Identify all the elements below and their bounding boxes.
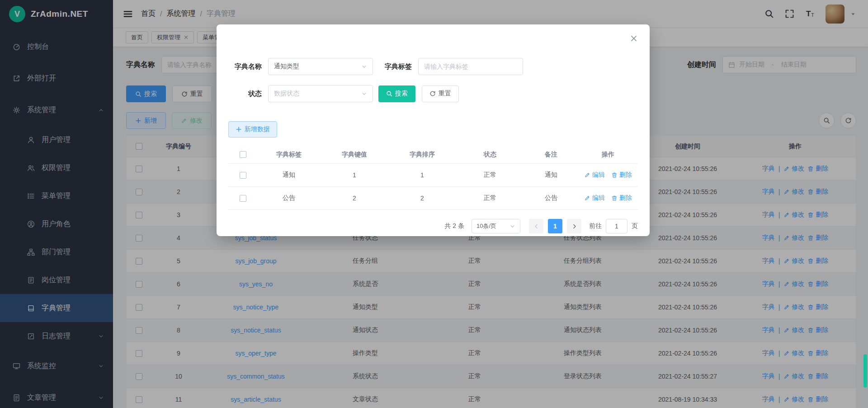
page-number-button[interactable]: 1 bbox=[548, 219, 562, 233]
column-header: 字典排序 bbox=[388, 151, 456, 159]
modal-reset-button-label: 重置 bbox=[439, 90, 451, 98]
delete-icon bbox=[611, 195, 618, 201]
select-all-checkbox[interactable] bbox=[240, 151, 246, 158]
remark-cell: 公告 bbox=[524, 194, 578, 202]
status-cell: 正常 bbox=[456, 194, 524, 202]
form-row: 状态 数据状态 搜索 重置 bbox=[228, 85, 638, 102]
goto-suffix: 页 bbox=[632, 222, 638, 230]
dict-sort-cell: 2 bbox=[388, 195, 456, 202]
row-actions: 编辑删除 bbox=[578, 171, 638, 179]
edit-link[interactable]: 编辑 bbox=[584, 194, 605, 202]
edit-link-label: 编辑 bbox=[592, 171, 605, 179]
column-header: 操作 bbox=[578, 151, 638, 159]
chevron-down-icon bbox=[361, 91, 367, 97]
status-select[interactable]: 数据状态 bbox=[268, 85, 373, 102]
dict-sort-cell: 1 bbox=[388, 171, 456, 179]
modal-search-button-label: 搜索 bbox=[395, 90, 408, 98]
plus-icon bbox=[236, 126, 242, 133]
dict-value-cell: 2 bbox=[321, 195, 388, 202]
arrow-right-icon bbox=[571, 223, 577, 229]
prev-page-button[interactable] bbox=[529, 219, 543, 233]
goto-page-input[interactable] bbox=[606, 219, 627, 233]
arrow-left-icon bbox=[533, 223, 539, 229]
scrollbar-thumb[interactable] bbox=[863, 354, 867, 388]
status-cell: 正常 bbox=[456, 171, 524, 179]
column-header: 字典标签 bbox=[257, 151, 321, 159]
add-data-button[interactable]: 新增数据 bbox=[228, 121, 277, 138]
refresh-icon bbox=[429, 90, 436, 97]
dict-data-table: 字典标签字典键值字典排序状态备注操作通知11正常通知编辑删除公告22正常公告编辑… bbox=[228, 146, 638, 210]
delete-link-label: 删除 bbox=[619, 194, 632, 202]
modal-search-form: 字典名称 通知类型 字典标签 状态 数据状态 搜索 重置 bbox=[217, 24, 650, 102]
modal-table-row: 公告22正常公告编辑删除 bbox=[228, 187, 638, 210]
pagination-total: 共 2 条 bbox=[444, 222, 464, 230]
column-header: 字典键值 bbox=[321, 151, 388, 159]
modal-dict-name-label: 字典名称 bbox=[228, 62, 262, 71]
modal-dict-label-label: 字典标签 bbox=[378, 62, 412, 71]
remark-cell: 通知 bbox=[524, 171, 578, 179]
delete-link[interactable]: 删除 bbox=[611, 171, 632, 179]
modal-table-row: 通知11正常通知编辑删除 bbox=[228, 164, 638, 187]
goto-page: 前往 页 bbox=[589, 219, 638, 233]
column-header: 备注 bbox=[524, 151, 578, 159]
close-icon[interactable] bbox=[630, 34, 638, 43]
delete-icon bbox=[611, 172, 618, 178]
edit-link[interactable]: 编辑 bbox=[584, 171, 605, 179]
chevron-down-icon bbox=[509, 223, 515, 229]
select-all-cell bbox=[228, 151, 257, 158]
row-checkbox[interactable] bbox=[240, 172, 246, 179]
dict-name-select-value: 通知类型 bbox=[274, 62, 361, 71]
page-size-select[interactable]: 10条/页 bbox=[472, 219, 520, 233]
delete-link[interactable]: 删除 bbox=[611, 194, 632, 202]
add-data-button-label: 新增数据 bbox=[245, 125, 270, 133]
search-icon bbox=[386, 90, 392, 97]
column-header: 状态 bbox=[456, 151, 524, 159]
modal-table-header-row: 字典标签字典键值字典排序状态备注操作 bbox=[228, 146, 638, 164]
pagination-bar: 共 2 条 10条/页 1 前往 页 bbox=[228, 219, 638, 233]
dict-label-cell: 通知 bbox=[257, 171, 321, 179]
form-row: 字典名称 通知类型 字典标签 bbox=[228, 58, 638, 75]
row-checkbox[interactable] bbox=[240, 195, 246, 202]
dict-data-dialog: 字典名称 通知类型 字典标签 状态 数据状态 搜索 重置 bbox=[217, 24, 650, 236]
dict-value-cell: 1 bbox=[321, 171, 388, 179]
modal-reset-button[interactable]: 重置 bbox=[422, 85, 459, 102]
edit-icon bbox=[584, 172, 590, 178]
dict-label-cell: 公告 bbox=[257, 194, 321, 202]
modal-search-button[interactable]: 搜索 bbox=[378, 85, 415, 102]
delete-link-label: 删除 bbox=[619, 171, 632, 179]
page-size-value: 10条/页 bbox=[476, 222, 509, 230]
page-scrollbar[interactable] bbox=[863, 0, 867, 408]
chevron-down-icon bbox=[361, 64, 367, 70]
goto-label: 前往 bbox=[589, 222, 602, 230]
row-actions: 编辑删除 bbox=[578, 194, 638, 202]
next-page-button[interactable] bbox=[567, 219, 581, 233]
dict-label-input[interactable] bbox=[418, 58, 523, 75]
modal-status-label: 状态 bbox=[228, 90, 262, 98]
edit-icon bbox=[584, 195, 590, 201]
dict-name-select[interactable]: 通知类型 bbox=[268, 58, 373, 75]
edit-link-label: 编辑 bbox=[592, 194, 605, 202]
status-select-placeholder: 数据状态 bbox=[274, 90, 361, 98]
